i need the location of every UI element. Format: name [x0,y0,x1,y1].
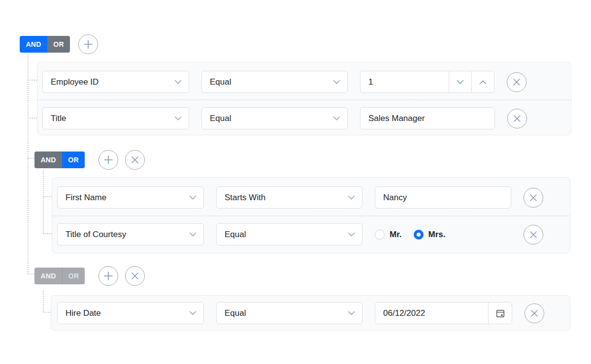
value-text-input[interactable] [360,107,495,129]
radio-label: Mr. [390,230,402,240]
rule-row: Hire Date Equal [57,302,544,324]
condition-and-button[interactable]: AND [20,36,47,53]
chevron-down-icon [333,116,340,121]
delete-rule-button[interactable] [524,188,543,208]
close-icon [513,114,522,123]
close-icon [512,78,521,87]
root-group-header: AND OR [20,34,98,54]
value-text-input[interactable] [375,186,511,209]
connector-line [28,118,37,119]
spin-down-button[interactable] [449,71,471,92]
field-dropdown-value: Title [51,114,66,123]
connector-line [28,80,37,81]
delete-rule-button[interactable] [525,303,544,323]
delete-rule-button[interactable] [524,225,543,244]
rule-group-disabled: Hire Date Equal [51,295,570,331]
radio-mrs-checked[interactable] [414,230,424,240]
rule-group-or: First Name Starts With Title of [52,177,570,253]
condition-toggle: AND OR [20,36,70,53]
chevron-up-icon [479,80,487,85]
rule-row: Title of Courtesy Equal Mr. Mrs. [57,223,543,245]
condition-toggle-disabled: AND OR [34,268,85,284]
chevron-down-icon [348,232,355,237]
plus-icon [103,271,114,281]
field-dropdown-value: Title of Courtesy [66,230,126,240]
date-picker-button[interactable] [488,303,512,324]
condition-toggle: AND OR [34,152,85,168]
chevron-down-icon [333,80,340,85]
rule-row: Title Equal [42,107,527,129]
condition-or-button: OR [62,268,85,284]
calendar-icon [495,308,505,318]
chevron-down-icon [189,311,197,316]
close-icon [530,309,539,318]
delete-group-button[interactable] [125,266,145,286]
add-condition-button[interactable] [78,34,98,54]
field-dropdown-value: First Name [66,193,106,203]
connector-line [43,291,44,312]
condition-or-button[interactable]: OR [47,36,70,53]
chevron-down-icon [189,195,197,200]
chevron-down-icon [174,80,182,85]
number-input[interactable] [361,71,449,92]
field-dropdown-value: Hire Date [66,308,101,318]
condition-and-button: AND [34,268,62,284]
close-icon [131,155,139,164]
delete-group-button[interactable] [125,150,145,170]
rule-group-root: Employee ID Equal [37,62,571,135]
value-radio-group: Mr. Mrs. [375,230,511,240]
value-date-input [375,302,512,324]
value-number-input [360,71,494,93]
connector-line [28,273,34,274]
field-dropdown[interactable]: Title [42,107,189,129]
condition-or-button[interactable]: OR [62,152,85,168]
chevron-down-icon [174,116,182,121]
connector-line [43,171,44,234]
connector-line [28,158,34,159]
operator-dropdown[interactable]: Equal [216,223,362,245]
connector-line [43,196,52,197]
close-icon [529,193,538,202]
operator-dropdown[interactable]: Equal [201,107,348,129]
operator-dropdown[interactable]: Equal [216,302,362,324]
close-icon [529,230,538,239]
query-builder: AND OR Employee ID Equal [0,0,591,364]
radio-mr-unchecked[interactable] [375,230,385,240]
operator-dropdown-value: Equal [225,308,246,318]
plus-icon [83,39,94,50]
rule-row: Employee ID Equal [42,71,526,93]
or-group-header: AND OR [34,150,145,170]
operator-dropdown-value: Equal [210,77,231,87]
chevron-down-icon [457,80,464,85]
rule-separator [52,215,570,216]
operator-dropdown-value: Equal [210,114,231,123]
connector-line [28,55,29,274]
field-dropdown[interactable]: Title of Courtesy [57,223,204,245]
connector-line [43,312,51,313]
operator-dropdown[interactable]: Equal [201,71,348,93]
spin-up-button[interactable] [471,71,494,92]
close-icon [131,272,139,280]
add-condition-button[interactable] [98,150,118,170]
chevron-down-icon [189,232,197,237]
plus-icon [103,154,114,165]
disabled-group-header: AND OR [34,266,145,286]
operator-dropdown-value: Equal [225,230,246,240]
date-input[interactable] [375,303,488,324]
chevron-down-icon [348,195,355,200]
operator-dropdown-value: Starts With [225,193,265,203]
rule-row: First Name Starts With [57,186,543,209]
operator-dropdown[interactable]: Starts With [216,186,362,209]
field-dropdown[interactable]: Employee ID [42,71,189,93]
delete-rule-button[interactable] [507,109,527,128]
field-dropdown-value: Employee ID [51,77,98,87]
field-dropdown[interactable]: Hire Date [57,302,204,324]
field-dropdown[interactable]: First Name [57,186,204,209]
condition-and-button[interactable]: AND [34,152,62,168]
chevron-down-icon [348,311,355,316]
rule-separator [37,99,571,100]
radio-label: Mrs. [428,230,446,240]
connector-line [43,233,52,234]
delete-rule-button[interactable] [507,72,526,92]
add-condition-button[interactable] [98,266,118,286]
